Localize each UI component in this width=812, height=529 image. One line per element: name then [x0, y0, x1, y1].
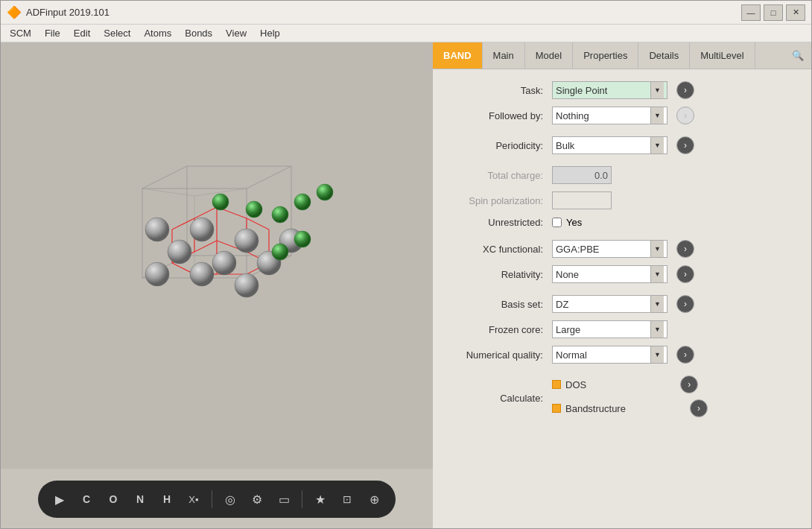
tab-band[interactable]: BAND: [433, 42, 483, 69]
numerical-quality-row: Numerical quality: Normal ▼ ›: [448, 346, 796, 364]
periodicity-label: Periodicity:: [448, 140, 552, 151]
followed-by-nav-right[interactable]: ›: [676, 107, 694, 124]
right-panel: BAND Main Model Properties Details Multi…: [433, 42, 811, 529]
close-button[interactable]: ✕: [786, 4, 805, 21]
basis-set-row: Basis set: DZ ▼ ›: [448, 295, 796, 313]
total-charge-label: Total charge:: [448, 170, 552, 181]
title-left: 🔶 ADFinput 2019.101: [7, 5, 110, 19]
add-icon[interactable]: ⊕: [365, 490, 383, 508]
task-dropdown-arrow[interactable]: ▼: [650, 82, 664, 98]
relativity-dropdown[interactable]: None ▼: [552, 265, 667, 283]
n-tool-icon[interactable]: N: [131, 490, 149, 508]
left-panel: ▶ C O N H X▪ ◎ ⚙ ▭ ★ ⊡ ⊕: [1, 42, 433, 529]
menu-help[interactable]: Help: [254, 26, 286, 40]
frozen-core-arrow[interactable]: ▼: [650, 321, 664, 338]
cursor-icon[interactable]: ▶: [51, 490, 69, 508]
frozen-core-value: Large: [556, 324, 650, 335]
svg-point-43: [212, 194, 229, 210]
x-tool-icon[interactable]: X▪: [185, 490, 203, 508]
svg-point-49: [294, 231, 311, 247]
tab-main[interactable]: Main: [483, 42, 525, 69]
calculate-label: Calculate:: [448, 393, 552, 404]
frozen-core-dropdown[interactable]: Large ▼: [552, 320, 667, 338]
numerical-quality-dropdown[interactable]: Normal ▼: [552, 346, 667, 364]
periodicity-arrow[interactable]: ▼: [650, 137, 664, 153]
svg-line-2: [247, 166, 291, 189]
menu-view[interactable]: View: [220, 26, 253, 40]
task-dropdown[interactable]: Single Point ▼: [552, 81, 667, 99]
task-nav-right[interactable]: ›: [676, 81, 694, 99]
numerical-quality-nav-right[interactable]: ›: [676, 346, 694, 364]
svg-point-40: [212, 251, 236, 275]
tab-properties[interactable]: Properties: [573, 42, 638, 69]
minimize-button[interactable]: —: [741, 4, 761, 21]
xc-functional-dropdown[interactable]: GGA:PBE ▼: [552, 240, 667, 258]
bandstructure-label: Bandstructure: [565, 403, 626, 414]
frame-icon[interactable]: ⊡: [338, 490, 356, 508]
total-charge-input[interactable]: [552, 166, 612, 184]
svg-point-36: [145, 262, 169, 286]
menu-select[interactable]: Select: [98, 26, 136, 40]
unrestricted-checkbox[interactable]: [552, 218, 562, 227]
unrestricted-control-wrap: Yes: [552, 217, 796, 228]
basis-set-arrow[interactable]: ▼: [650, 296, 664, 312]
relativity-arrow[interactable]: ▼: [650, 266, 664, 282]
tab-bar: BAND Main Model Properties Details Multi…: [433, 42, 811, 69]
tab-multilevel[interactable]: MultiLevel: [690, 42, 755, 69]
xc-functional-control-wrap: GGA:PBE ▼ ›: [552, 240, 796, 258]
tab-details[interactable]: Details: [638, 42, 690, 69]
app-icon: 🔶: [7, 5, 22, 19]
periodicity-nav-right[interactable]: ›: [676, 136, 694, 154]
svg-point-37: [190, 262, 214, 286]
periodicity-dropdown[interactable]: Bulk ▼: [552, 136, 667, 154]
numerical-quality-arrow[interactable]: ▼: [650, 346, 664, 363]
spin-polarization-row: Spin polarization:: [448, 191, 796, 209]
toolbar-separator-1: [212, 490, 212, 508]
bandstructure-nav-right[interactable]: ›: [690, 399, 708, 417]
tab-model[interactable]: Model: [525, 42, 573, 69]
c-tool-icon[interactable]: C: [77, 490, 95, 508]
rect-tool-icon[interactable]: ▭: [275, 490, 293, 508]
menu-atoms[interactable]: Atoms: [138, 26, 177, 40]
svg-point-35: [190, 218, 214, 241]
basis-set-nav-right[interactable]: ›: [676, 295, 694, 313]
search-button[interactable]: 🔍: [784, 42, 811, 69]
basis-set-label: Basis set:: [448, 299, 552, 310]
svg-point-33: [145, 218, 169, 241]
menu-edit[interactable]: Edit: [68, 26, 96, 40]
toolbar-separator-2: [302, 490, 302, 508]
svg-point-47: [317, 184, 333, 200]
title-text: ADFinput 2019.101: [26, 7, 110, 18]
menu-scm[interactable]: SCM: [4, 26, 37, 40]
h-tool-icon[interactable]: H: [158, 490, 176, 508]
svg-point-46: [294, 194, 311, 210]
settings-icon[interactable]: ⚙: [248, 490, 266, 508]
total-charge-row: Total charge:: [448, 166, 796, 184]
spin-pol-input[interactable]: [552, 191, 612, 209]
viewport[interactable]: [1, 42, 433, 469]
followed-by-dropdown[interactable]: Nothing ▼: [552, 107, 667, 124]
dos-nav-right[interactable]: ›: [680, 376, 698, 393]
periodicity-value: Bulk: [556, 140, 650, 151]
menu-bar: SCM File Edit Select Atoms Bonds View He…: [1, 25, 811, 42]
followed-by-label: Followed by:: [448, 110, 552, 121]
followed-by-arrow[interactable]: ▼: [650, 107, 664, 124]
svg-line-16: [194, 207, 217, 218]
ring-tool-icon[interactable]: ◎: [221, 490, 239, 508]
menu-file[interactable]: File: [39, 26, 66, 40]
svg-point-41: [235, 273, 258, 297]
menu-bonds[interactable]: Bonds: [179, 26, 218, 40]
xc-functional-label: XC functional:: [448, 244, 552, 255]
basis-set-dropdown[interactable]: DZ ▼: [552, 295, 667, 313]
o-tool-icon[interactable]: O: [104, 490, 122, 508]
relativity-nav-right[interactable]: ›: [676, 265, 694, 283]
molecule-view: [98, 144, 336, 367]
xc-functional-nav-right[interactable]: ›: [676, 240, 694, 258]
star-icon[interactable]: ★: [311, 490, 329, 508]
main-content: ▶ C O N H X▪ ◎ ⚙ ▭ ★ ⊡ ⊕ BAND Main Model: [1, 42, 811, 529]
maximize-button[interactable]: □: [764, 4, 783, 21]
numerical-quality-control-wrap: Normal ▼ ›: [552, 346, 796, 364]
xc-functional-arrow[interactable]: ▼: [650, 241, 664, 257]
xc-functional-row: XC functional: GGA:PBE ▼ ›: [448, 240, 796, 258]
relativity-value: None: [556, 269, 650, 280]
